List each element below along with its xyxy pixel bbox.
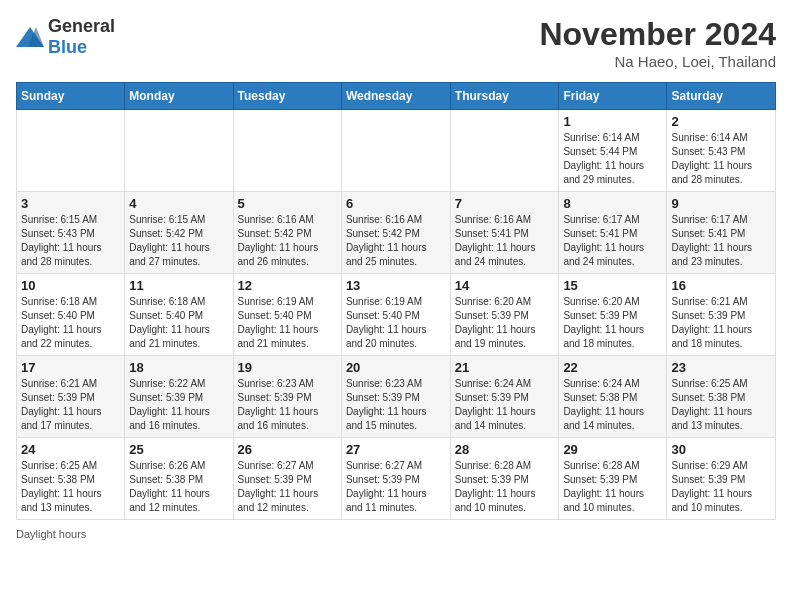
- day-cell: 17Sunrise: 6:21 AM Sunset: 5:39 PM Dayli…: [17, 356, 125, 438]
- day-number: 9: [671, 196, 771, 211]
- day-number: 29: [563, 442, 662, 457]
- day-cell: 7Sunrise: 6:16 AM Sunset: 5:41 PM Daylig…: [450, 192, 559, 274]
- day-cell: 9Sunrise: 6:17 AM Sunset: 5:41 PM Daylig…: [667, 192, 776, 274]
- day-cell: 1Sunrise: 6:14 AM Sunset: 5:44 PM Daylig…: [559, 110, 667, 192]
- weekday-tuesday: Tuesday: [233, 83, 341, 110]
- day-number: 16: [671, 278, 771, 293]
- week-row-5: 24Sunrise: 6:25 AM Sunset: 5:38 PM Dayli…: [17, 438, 776, 520]
- week-row-1: 1Sunrise: 6:14 AM Sunset: 5:44 PM Daylig…: [17, 110, 776, 192]
- week-row-3: 10Sunrise: 6:18 AM Sunset: 5:40 PM Dayli…: [17, 274, 776, 356]
- day-cell: 23Sunrise: 6:25 AM Sunset: 5:38 PM Dayli…: [667, 356, 776, 438]
- day-cell: 27Sunrise: 6:27 AM Sunset: 5:39 PM Dayli…: [341, 438, 450, 520]
- day-cell: 16Sunrise: 6:21 AM Sunset: 5:39 PM Dayli…: [667, 274, 776, 356]
- day-number: 3: [21, 196, 120, 211]
- day-number: 26: [238, 442, 337, 457]
- day-info: Sunrise: 6:18 AM Sunset: 5:40 PM Dayligh…: [129, 295, 228, 351]
- day-cell: 29Sunrise: 6:28 AM Sunset: 5:39 PM Dayli…: [559, 438, 667, 520]
- day-number: 17: [21, 360, 120, 375]
- day-cell: 21Sunrise: 6:24 AM Sunset: 5:39 PM Dayli…: [450, 356, 559, 438]
- day-info: Sunrise: 6:15 AM Sunset: 5:43 PM Dayligh…: [21, 213, 120, 269]
- weekday-monday: Monday: [125, 83, 233, 110]
- day-cell: 15Sunrise: 6:20 AM Sunset: 5:39 PM Dayli…: [559, 274, 667, 356]
- day-cell: 10Sunrise: 6:18 AM Sunset: 5:40 PM Dayli…: [17, 274, 125, 356]
- day-number: 27: [346, 442, 446, 457]
- weekday-sunday: Sunday: [17, 83, 125, 110]
- day-cell: 13Sunrise: 6:19 AM Sunset: 5:40 PM Dayli…: [341, 274, 450, 356]
- day-number: 1: [563, 114, 662, 129]
- day-cell: 5Sunrise: 6:16 AM Sunset: 5:42 PM Daylig…: [233, 192, 341, 274]
- day-info: Sunrise: 6:21 AM Sunset: 5:39 PM Dayligh…: [671, 295, 771, 351]
- weekday-thursday: Thursday: [450, 83, 559, 110]
- footer-note: Daylight hours: [16, 528, 776, 540]
- day-cell: [233, 110, 341, 192]
- day-info: Sunrise: 6:29 AM Sunset: 5:39 PM Dayligh…: [671, 459, 771, 515]
- title-area: November 2024 Na Haeo, Loei, Thailand: [539, 16, 776, 70]
- day-cell: [341, 110, 450, 192]
- day-info: Sunrise: 6:27 AM Sunset: 5:39 PM Dayligh…: [346, 459, 446, 515]
- day-number: 25: [129, 442, 228, 457]
- day-number: 19: [238, 360, 337, 375]
- logo-text-general: General: [48, 16, 115, 36]
- day-number: 30: [671, 442, 771, 457]
- day-cell: 11Sunrise: 6:18 AM Sunset: 5:40 PM Dayli…: [125, 274, 233, 356]
- day-info: Sunrise: 6:16 AM Sunset: 5:42 PM Dayligh…: [346, 213, 446, 269]
- day-number: 8: [563, 196, 662, 211]
- logo: General Blue: [16, 16, 115, 58]
- weekday-saturday: Saturday: [667, 83, 776, 110]
- day-info: Sunrise: 6:27 AM Sunset: 5:39 PM Dayligh…: [238, 459, 337, 515]
- day-number: 13: [346, 278, 446, 293]
- subtitle: Na Haeo, Loei, Thailand: [539, 53, 776, 70]
- day-cell: 12Sunrise: 6:19 AM Sunset: 5:40 PM Dayli…: [233, 274, 341, 356]
- day-cell: [450, 110, 559, 192]
- weekday-friday: Friday: [559, 83, 667, 110]
- logo-icon: [16, 25, 44, 49]
- day-info: Sunrise: 6:28 AM Sunset: 5:39 PM Dayligh…: [455, 459, 555, 515]
- day-number: 7: [455, 196, 555, 211]
- day-info: Sunrise: 6:26 AM Sunset: 5:38 PM Dayligh…: [129, 459, 228, 515]
- week-row-4: 17Sunrise: 6:21 AM Sunset: 5:39 PM Dayli…: [17, 356, 776, 438]
- day-cell: 19Sunrise: 6:23 AM Sunset: 5:39 PM Dayli…: [233, 356, 341, 438]
- day-cell: 28Sunrise: 6:28 AM Sunset: 5:39 PM Dayli…: [450, 438, 559, 520]
- day-info: Sunrise: 6:20 AM Sunset: 5:39 PM Dayligh…: [563, 295, 662, 351]
- weekday-wednesday: Wednesday: [341, 83, 450, 110]
- day-info: Sunrise: 6:22 AM Sunset: 5:39 PM Dayligh…: [129, 377, 228, 433]
- day-info: Sunrise: 6:19 AM Sunset: 5:40 PM Dayligh…: [346, 295, 446, 351]
- day-info: Sunrise: 6:23 AM Sunset: 5:39 PM Dayligh…: [238, 377, 337, 433]
- main-title: November 2024: [539, 16, 776, 53]
- day-cell: 22Sunrise: 6:24 AM Sunset: 5:38 PM Dayli…: [559, 356, 667, 438]
- day-cell: 3Sunrise: 6:15 AM Sunset: 5:43 PM Daylig…: [17, 192, 125, 274]
- day-cell: 20Sunrise: 6:23 AM Sunset: 5:39 PM Dayli…: [341, 356, 450, 438]
- day-cell: 2Sunrise: 6:14 AM Sunset: 5:43 PM Daylig…: [667, 110, 776, 192]
- day-info: Sunrise: 6:14 AM Sunset: 5:44 PM Dayligh…: [563, 131, 662, 187]
- day-cell: 24Sunrise: 6:25 AM Sunset: 5:38 PM Dayli…: [17, 438, 125, 520]
- week-row-2: 3Sunrise: 6:15 AM Sunset: 5:43 PM Daylig…: [17, 192, 776, 274]
- day-number: 22: [563, 360, 662, 375]
- day-number: 12: [238, 278, 337, 293]
- day-number: 11: [129, 278, 228, 293]
- day-number: 5: [238, 196, 337, 211]
- logo-text-blue: Blue: [48, 37, 87, 57]
- day-info: Sunrise: 6:24 AM Sunset: 5:39 PM Dayligh…: [455, 377, 555, 433]
- weekday-header: SundayMondayTuesdayWednesdayThursdayFrid…: [17, 83, 776, 110]
- day-info: Sunrise: 6:17 AM Sunset: 5:41 PM Dayligh…: [563, 213, 662, 269]
- day-cell: 14Sunrise: 6:20 AM Sunset: 5:39 PM Dayli…: [450, 274, 559, 356]
- day-info: Sunrise: 6:19 AM Sunset: 5:40 PM Dayligh…: [238, 295, 337, 351]
- day-info: Sunrise: 6:25 AM Sunset: 5:38 PM Dayligh…: [21, 459, 120, 515]
- day-info: Sunrise: 6:24 AM Sunset: 5:38 PM Dayligh…: [563, 377, 662, 433]
- calendar: SundayMondayTuesdayWednesdayThursdayFrid…: [16, 82, 776, 520]
- day-number: 6: [346, 196, 446, 211]
- day-number: 18: [129, 360, 228, 375]
- day-info: Sunrise: 6:18 AM Sunset: 5:40 PM Dayligh…: [21, 295, 120, 351]
- day-info: Sunrise: 6:14 AM Sunset: 5:43 PM Dayligh…: [671, 131, 771, 187]
- day-cell: 26Sunrise: 6:27 AM Sunset: 5:39 PM Dayli…: [233, 438, 341, 520]
- day-number: 10: [21, 278, 120, 293]
- day-number: 21: [455, 360, 555, 375]
- day-info: Sunrise: 6:16 AM Sunset: 5:42 PM Dayligh…: [238, 213, 337, 269]
- day-cell: 18Sunrise: 6:22 AM Sunset: 5:39 PM Dayli…: [125, 356, 233, 438]
- day-info: Sunrise: 6:23 AM Sunset: 5:39 PM Dayligh…: [346, 377, 446, 433]
- day-info: Sunrise: 6:20 AM Sunset: 5:39 PM Dayligh…: [455, 295, 555, 351]
- day-cell: 30Sunrise: 6:29 AM Sunset: 5:39 PM Dayli…: [667, 438, 776, 520]
- day-info: Sunrise: 6:25 AM Sunset: 5:38 PM Dayligh…: [671, 377, 771, 433]
- day-cell: 8Sunrise: 6:17 AM Sunset: 5:41 PM Daylig…: [559, 192, 667, 274]
- day-cell: 6Sunrise: 6:16 AM Sunset: 5:42 PM Daylig…: [341, 192, 450, 274]
